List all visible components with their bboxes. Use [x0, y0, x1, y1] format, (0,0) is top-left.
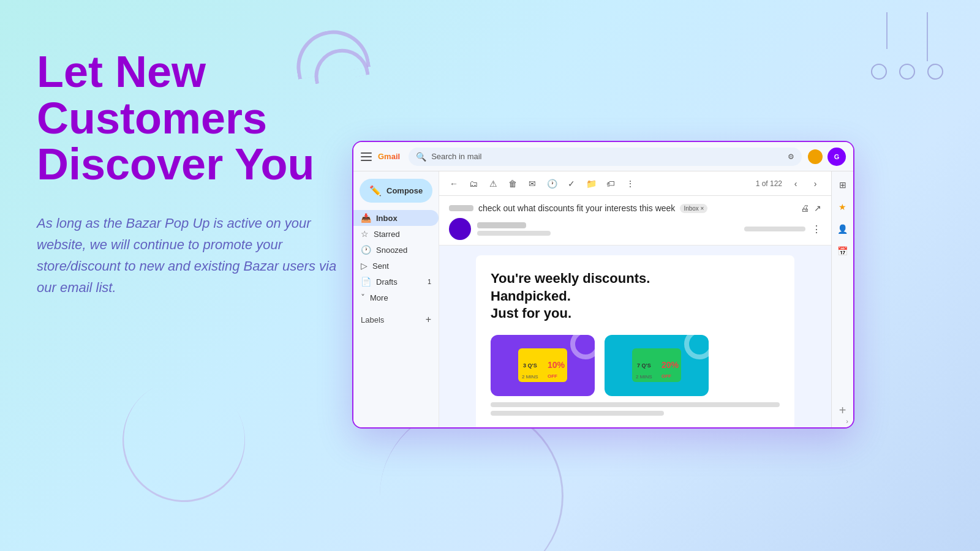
starred-icon: ☆	[361, 229, 369, 239]
product-tag-2: 7 Q'S 2 MINS 20%OFF	[632, 348, 681, 382]
gmail-logo: Gmail	[378, 152, 400, 161]
gmail-body: ✏️ Compose 📥 Inbox ☆ Starred 🕐 Snoozed ▷…	[353, 171, 853, 427]
sender-avatar	[449, 218, 471, 240]
deco-line-v2	[927, 12, 928, 61]
snoozed-label: Snoozed	[376, 246, 407, 255]
snoozed-icon: 🕐	[361, 245, 371, 255]
star-right-icon[interactable]: ★	[834, 198, 851, 216]
more-toolbar-icon[interactable]: ⋮	[623, 176, 638, 191]
blur-line-1	[491, 402, 780, 407]
inbox-chip[interactable]: Inbox ×	[680, 204, 707, 213]
tag-icon[interactable]: 🏷	[603, 176, 618, 191]
sidebar-item-starred[interactable]: ☆ Starred	[353, 226, 439, 242]
deco-circle-3	[927, 64, 943, 80]
product-curve-2	[684, 335, 709, 359]
nav-arrows: ‹ ›	[787, 175, 824, 192]
gmail-topbar-right: G	[808, 148, 846, 166]
product-2-mins: 2 MINS	[636, 374, 652, 380]
apps-icon[interactable]: ⊞	[834, 176, 851, 193]
headline: Let New Customers Discover You	[37, 49, 355, 188]
email-content: You're weekly discounts. Handpicked. Jus…	[439, 246, 831, 427]
headline-line3: Discover You	[37, 140, 315, 189]
gmail-topbar: Gmail 🔍 Search in mail ⚙ G	[353, 142, 853, 171]
sidebar-item-sent[interactable]: ▷ Sent	[353, 258, 439, 274]
gmail-sidebar: ✏️ Compose 📥 Inbox ☆ Starred 🕐 Snoozed ▷…	[353, 171, 439, 427]
prev-email-button[interactable]: ‹	[787, 175, 804, 192]
page-count: 1 of 122	[756, 179, 782, 188]
drafts-badge: 1	[428, 278, 431, 285]
print-icon[interactable]: 🖨	[801, 203, 809, 213]
product-1-qs: 3 Q'S	[523, 362, 537, 369]
product-2-discount: 20%OFF	[662, 360, 679, 380]
starred-label: Starred	[374, 230, 400, 239]
drafts-icon: 📄	[361, 277, 371, 287]
sidebar-item-drafts[interactable]: 📄 Drafts 1	[353, 274, 439, 290]
email-subject-line: check out what discounts fit your intere…	[449, 203, 821, 213]
gmail-email-area: ← 🗂 ⚠ 🗑 ✉ 🕐 ✓ 📁 🏷 ⋮ 1 of 122 ‹ ›	[439, 171, 831, 427]
description: As long as the Bazar Pop Up is active on…	[37, 212, 355, 299]
gmail-search-bar[interactable]: 🔍 Search in mail ⚙	[409, 148, 802, 166]
product-2-qs: 7 Q'S	[637, 362, 651, 369]
search-icon: 🔍	[416, 152, 426, 162]
email-toolbar: ← 🗂 ⚠ 🗑 ✉ 🕐 ✓ 📁 🏷 ⋮ 1 of 122 ‹ ›	[439, 171, 831, 196]
filter-icon[interactable]: ⚙	[788, 152, 794, 161]
sender-info	[477, 222, 738, 236]
search-placeholder-text: Search in mail	[431, 152, 481, 161]
more-icon: ˅	[361, 293, 365, 302]
sidebar-item-inbox[interactable]: 📥 Inbox	[353, 210, 439, 226]
calendar-icon[interactable]: 📅	[834, 242, 851, 260]
spam-icon[interactable]: ⚠	[486, 176, 500, 191]
archive-icon[interactable]: 🗂	[466, 176, 481, 191]
product-curve-1	[570, 335, 595, 359]
product-card-2-inner: 7 Q'S 2 MINS 20%OFF	[605, 335, 709, 396]
check-icon[interactable]: ✓	[564, 176, 579, 191]
email-options-icon[interactable]: ⋮	[812, 223, 821, 235]
more-label: More	[370, 293, 388, 302]
compose-button[interactable]: ✏️ Compose	[360, 179, 432, 203]
hamburger-icon[interactable]	[361, 152, 372, 161]
clock-icon[interactable]: 🕐	[545, 176, 559, 191]
sent-label: Sent	[372, 261, 389, 271]
email-subject-text: check out what discounts fit your intere…	[478, 203, 675, 213]
sent-icon: ▷	[361, 261, 368, 271]
blur-line-2	[491, 411, 664, 416]
deco-line-v1	[886, 12, 888, 49]
compose-icon: ✏️	[369, 185, 382, 197]
deco-circle-2	[899, 64, 915, 80]
deco-circle-1	[871, 64, 887, 80]
inbox-icon: 📥	[361, 213, 371, 223]
email-date	[744, 227, 805, 231]
mail-icon[interactable]: ✉	[525, 176, 540, 191]
user-avatar[interactable]: G	[827, 148, 846, 166]
gmail-right-sidebar: ⊞ ★ 👤 📅 +	[831, 171, 853, 427]
card-headline-1: You're weekly discounts.	[491, 271, 650, 286]
add-label-button[interactable]: +	[426, 314, 431, 325]
product-cards: 3 Q'S 2 MINS 10%OFF	[491, 335, 780, 396]
sidebar-item-snoozed[interactable]: 🕐 Snoozed	[353, 242, 439, 258]
email-header: check out what discounts fit your intere…	[439, 196, 831, 246]
sender-name-blur	[449, 205, 473, 211]
delete-icon[interactable]: 🗑	[505, 176, 520, 191]
inbox-label: Inbox	[376, 214, 398, 223]
add-app-button[interactable]: +	[839, 403, 846, 422]
gmail-window: Gmail 🔍 Search in mail ⚙ G ✏️ Compose 📥 …	[352, 141, 854, 429]
deco-circles	[871, 12, 943, 80]
avatar-small	[808, 149, 823, 164]
product-1-discount: 10%OFF	[548, 360, 565, 380]
card-headline-2: Handpicked.	[491, 288, 571, 304]
product-card-1-inner: 3 Q'S 2 MINS 10%OFF	[491, 335, 595, 396]
people-icon[interactable]: 👤	[834, 220, 851, 238]
labels-label: Labels	[361, 315, 384, 324]
scroll-indicator[interactable]: ›	[846, 418, 848, 425]
open-icon[interactable]: ↗	[814, 203, 821, 213]
product-tag-1: 3 Q'S 2 MINS 10%OFF	[518, 348, 567, 382]
drafts-label: Drafts	[376, 277, 398, 287]
sender-name	[477, 222, 526, 228]
sidebar-item-more[interactable]: ˅ More	[353, 290, 439, 305]
sender-email	[477, 231, 551, 236]
product-card-2: 7 Q'S 2 MINS 20%OFF	[605, 335, 709, 396]
folder-icon[interactable]: 📁	[584, 176, 598, 191]
product-1-mins: 2 MINS	[522, 374, 538, 380]
next-email-button[interactable]: ›	[807, 175, 824, 192]
back-button[interactable]: ←	[447, 176, 461, 191]
